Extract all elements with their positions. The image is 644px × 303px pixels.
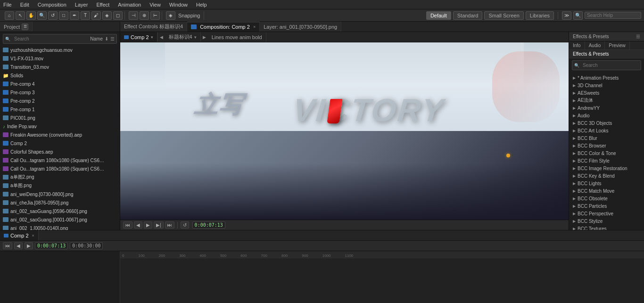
project-item[interactable]: Pre-comp 3	[0, 88, 120, 97]
project-item[interactable]: ani_weiDeng.[0730-0800].png	[0, 190, 120, 198]
prev-frame-btn[interactable]: ◀	[134, 221, 142, 229]
effect-item[interactable]: ▶BCC Textures	[569, 225, 644, 230]
menu-help[interactable]: Help	[195, 2, 208, 8]
menu-view[interactable]: View	[148, 2, 162, 8]
tl-play[interactable]: ▶	[25, 242, 33, 249]
effect-item[interactable]: ▶AndrewYY	[569, 104, 644, 112]
viewer-nav-prev[interactable]: ◀	[158, 32, 165, 42]
home-btn[interactable]: ⌂	[5, 11, 14, 20]
align-center[interactable]: ⊕	[140, 11, 149, 20]
effect-item[interactable]: ▶BCC Blur	[569, 134, 644, 142]
timeline-comp2-tab[interactable]: Comp 2 ×	[0, 230, 39, 240]
brush-tool[interactable]: 🖌	[91, 11, 101, 20]
effect-item[interactable]: ▶BCC Stylize	[569, 217, 644, 225]
layer-tab[interactable]: Layer: ani_001.[0730-0950].png	[260, 22, 341, 32]
effects-search-input[interactable]	[581, 62, 628, 69]
tl-first-frame[interactable]: ⏮	[3, 242, 12, 249]
project-item[interactable]: ani_cheJia.[0876-0950].png	[0, 198, 120, 207]
play-btn[interactable]: ▶	[144, 221, 152, 229]
project-item[interactable]: ♪Indie Pop.wav	[0, 122, 120, 131]
effect-item[interactable]: ▶* Animation Presets	[569, 74, 644, 82]
menu-effect[interactable]: Effect	[95, 2, 111, 8]
project-item[interactable]: Freakin Awesome (converted).aep	[0, 131, 120, 139]
preview-tab[interactable]: Preview	[605, 41, 630, 49]
project-item[interactable]: ani_002_saoGuang.[0001-0067].png	[0, 215, 120, 224]
effect-item[interactable]: ▶BCC Color & Tone	[569, 149, 644, 157]
right-panel-menu[interactable]: ☰	[636, 34, 640, 39]
tl-prev-frame[interactable]: ◀	[14, 242, 23, 249]
project-item[interactable]: a单图2.png	[0, 173, 120, 181]
project-search-input[interactable]	[12, 35, 88, 42]
project-item[interactable]: PIC001.png	[0, 114, 120, 122]
workspace-small[interactable]: Small Screen	[484, 11, 523, 20]
menu-layer[interactable]: Layer	[74, 2, 90, 8]
project-item[interactable]: a单图.png	[0, 181, 120, 190]
rotate-tool[interactable]: ↺	[48, 11, 58, 20]
workspace-standard[interactable]: Standard	[453, 11, 483, 20]
effect-item[interactable]: ▶BCC Image Restoration	[569, 164, 644, 172]
effect-item[interactable]: ▶BCC Match Move	[569, 187, 644, 195]
viewer-nav-next[interactable]: ▶	[201, 32, 208, 42]
viewer-tab-biaoti[interactable]: 标题标识4 ▾	[165, 32, 201, 42]
timeline-tab-close[interactable]: ×	[32, 233, 34, 238]
project-item[interactable]: Call Ou...tagram 1080x1080 (Square) CS6.…	[0, 156, 120, 164]
project-item[interactable]: ani_002_1.[0050-0140].png	[0, 224, 120, 230]
search-btn[interactable]: 🔍	[573, 11, 583, 20]
effect-controls-tab[interactable]: Effect Controls 标题标识4	[120, 22, 187, 32]
project-item[interactable]: Colorful Shapes.aep	[0, 147, 120, 156]
pen-tool[interactable]: ✒	[70, 11, 79, 20]
loop-btn[interactable]: ↺	[181, 221, 189, 229]
effect-item[interactable]: ▶BCC Film Style	[569, 157, 644, 164]
workspace-libraries[interactable]: Libraries	[526, 11, 554, 20]
audio-tab[interactable]: Audio	[585, 41, 605, 49]
composition-tab-close[interactable]: ×	[253, 25, 256, 29]
stamp-tool[interactable]: ◈	[102, 11, 112, 20]
menu-composition[interactable]: Composition	[36, 2, 68, 8]
snapping-toggle[interactable]: ◈	[166, 11, 175, 20]
shape-tool[interactable]: □	[59, 11, 68, 20]
align-right[interactable]: ⊢	[150, 11, 160, 20]
project-tab[interactable]: Project ☰	[0, 22, 33, 32]
viewer-tab-lines[interactable]: Lines move anim bold	[208, 32, 266, 42]
project-item[interactable]: yuzhoushikongchuansuo.mov	[0, 46, 120, 54]
effect-item[interactable]: ▶BCC Art Looks	[569, 127, 644, 134]
viewer-tab-comp2[interactable]: Comp 2 ▾	[120, 32, 157, 42]
effect-item[interactable]: ▶BCC Particles	[569, 202, 644, 210]
effect-item[interactable]: ▶BCC Key & Blend	[569, 172, 644, 180]
align-left[interactable]: ⊣	[129, 11, 138, 20]
workspace-default[interactable]: Default	[426, 11, 451, 20]
help-search-input[interactable]	[587, 13, 629, 18]
menu-edit[interactable]: Edit	[19, 2, 31, 8]
effect-item[interactable]: ▶3D Channel	[569, 82, 644, 89]
menu-window[interactable]: Window	[168, 2, 189, 8]
menu-animation[interactable]: Animation	[116, 2, 142, 8]
menu-file[interactable]: File	[2, 2, 13, 8]
effect-item[interactable]: ▶BCC Obsolete	[569, 195, 644, 202]
eraser-tool[interactable]: ◻	[113, 11, 123, 20]
effects-presets-tab[interactable]: Effects & Presets	[569, 50, 644, 58]
project-item[interactable]: Pre-comp 2	[0, 97, 120, 105]
project-item[interactable]: Transition_03.mov	[0, 63, 120, 71]
effect-item[interactable]: ▶BCC Perspective	[569, 210, 644, 217]
effect-item[interactable]: ▶Audio	[569, 112, 644, 119]
project-item[interactable]: Pre-comp 4	[0, 80, 120, 88]
last-frame-btn[interactable]: ⏭	[165, 221, 174, 229]
select-tool[interactable]: ↖	[16, 11, 25, 20]
effect-item[interactable]: ▶BCC 3D Objects	[569, 119, 644, 127]
effect-item[interactable]: ▶BCC Lights	[569, 180, 644, 187]
project-list-options[interactable]: ☰	[110, 36, 115, 41]
project-menu-btn[interactable]: ☰	[22, 24, 28, 30]
project-item[interactable]: ani_002_saoGuang.[0596-0660].png	[0, 207, 120, 215]
project-item[interactable]: Call Ou...tagram 1080x1080 (Square) CS6.…	[0, 164, 120, 173]
workspace-expand[interactable]: ≫	[562, 11, 571, 20]
effect-item[interactable]: ▶BCC Browser	[569, 142, 644, 149]
project-item[interactable]: Comp 2	[0, 139, 120, 147]
project-item[interactable]: V1-FX-013.mov	[0, 54, 120, 63]
project-item[interactable]: Pre-comp 1	[0, 105, 120, 114]
info-tab[interactable]: Info	[569, 41, 585, 49]
next-frame-btn[interactable]: ▶|	[154, 221, 164, 229]
hand-tool[interactable]: ✋	[26, 11, 36, 20]
project-item[interactable]: 📁Solids	[0, 71, 120, 80]
zoom-tool[interactable]: 🔍	[37, 11, 47, 20]
sort-icon[interactable]: ⬇	[105, 36, 108, 41]
